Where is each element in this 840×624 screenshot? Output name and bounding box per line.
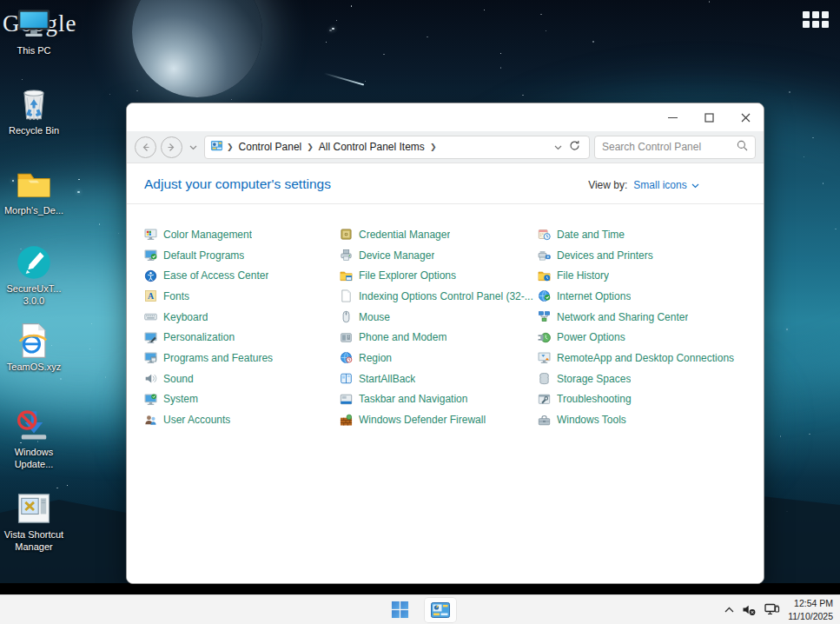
apps-grid-icon[interactable] [803,11,829,28]
cp-item-user-accounts[interactable]: User Accounts [144,409,340,430]
this-pc-icon [15,5,53,43]
control-panel-items: Color ManagementDefault ProgramsEase of … [144,224,764,430]
desktop-icon-secureux[interactable]: SecureUxT... 3.0.0 [0,243,68,308]
cp-item-label: Color Management [163,229,252,241]
cp-item-fonts[interactable]: AFonts [144,286,340,307]
cp-item-date-time[interactable]: Date and Time [538,224,755,245]
file-explorer-options-icon [340,269,353,282]
minimize-button[interactable] [654,104,691,130]
cp-item-network-sharing[interactable]: Network and Sharing Center [538,307,755,328]
personalization-icon [144,331,157,344]
desktop-icon-windows-update[interactable]: Windows Update... [0,407,68,471]
cp-item-storage-spaces[interactable]: Storage Spaces [538,368,755,389]
fonts-icon: A [144,289,157,302]
cp-item-startallback[interactable]: StartAllBack [340,368,538,389]
cp-item-label: User Accounts [163,414,230,426]
cp-item-indexing-options[interactable]: Indexing Options Control Panel (32-... [340,286,538,307]
desktop-icon-vista-shortcut[interactable]: Vista Shortcut Manager [0,489,68,554]
windows-update-icon [15,407,53,445]
back-button[interactable] [135,136,156,158]
cp-item-label: Storage Spaces [557,373,631,385]
desktop-icon-label: Windows Update... [15,447,54,471]
page-title: Adjust your computer's settings [144,176,331,192]
cp-item-ease-of-access[interactable]: Ease of Access Center [144,265,340,286]
device-manager-icon [340,249,353,262]
cp-item-windows-tools[interactable]: Windows Tools [538,409,755,430]
cp-item-region[interactable]: Region [340,348,538,368]
breadcrumb: ❯ Control Panel ❯ All Control Panel Item… [204,136,590,159]
cp-item-label: RemoteApp and Desktop Connections [557,352,734,364]
cp-item-remoteapp[interactable]: RemoteApp and Desktop Connections [538,348,755,368]
vista-shortcut-icon [15,489,53,528]
cp-item-programs-features[interactable]: Programs and Features [144,348,340,368]
cp-item-keyboard[interactable]: Keyboard [144,307,340,328]
indexing-options-icon [340,289,353,302]
remoteapp-icon [538,351,551,364]
startallback-icon [340,372,353,385]
ease-of-access-icon [144,269,157,282]
breadcrumb-separator[interactable]: ❯ [227,143,234,151]
forward-button[interactable] [161,136,182,158]
breadcrumb-separator[interactable]: ❯ [307,143,314,151]
cp-item-mouse[interactable]: Mouse [340,307,538,328]
address-dropdown-chevron[interactable] [554,143,562,152]
breadcrumb-control-panel[interactable]: Control Panel [237,141,304,153]
internet-options-icon [538,289,551,302]
default-programs-icon [144,249,157,262]
window-titlebar [127,103,764,131]
start-button[interactable] [384,597,417,623]
close-button[interactable] [727,104,764,130]
storage-spaces-icon [538,372,551,385]
windows-tools-icon [538,414,551,427]
cp-item-phone-modem[interactable]: Phone and Modem [340,327,538,348]
cp-item-defender-firewall[interactable]: Windows Defender Firewall [340,409,538,430]
desktop-icon-folder-morphs[interactable]: Morph's_De... [0,165,68,217]
search-input[interactable] [602,141,737,153]
cp-item-devices-printers[interactable]: Devices and Printers [538,245,755,266]
breadcrumb-all-items[interactable]: All Control Panel Items [317,141,427,153]
desktop-icon-teamos[interactable]: TeamOS.xyz [0,322,68,374]
cp-item-label: Keyboard [163,311,208,323]
breadcrumb-separator[interactable]: ❯ [430,143,437,151]
cp-item-color-management[interactable]: Color Management [144,224,340,245]
cp-item-file-history[interactable]: File History [538,265,755,286]
desktop-icon-recycle-bin[interactable]: Recycle Bin [0,85,68,137]
cp-item-credential-manager[interactable]: Credential Manager [340,224,538,245]
cp-item-system[interactable]: System [144,389,340,410]
maximize-button[interactable] [691,104,727,130]
desktop-icon-label: Recycle Bin [9,125,59,137]
programs-features-icon [144,351,157,364]
svg-text:A: A [148,292,155,302]
cp-item-file-explorer-options[interactable]: File Explorer Options [340,265,538,286]
cp-item-internet-options[interactable]: Internet Options [538,286,755,307]
cp-item-device-manager[interactable]: Device Manager [340,245,538,266]
cp-item-label: Sound [163,373,194,385]
cp-item-label: Devices and Printers [557,249,653,262]
power-options-icon [538,331,551,344]
cp-item-taskbar-nav[interactable]: Taskbar and Navigation [340,389,538,410]
screen: Google This PCRecycle BinMorph's_De...Se… [0,0,840,624]
search-icon[interactable] [737,139,748,155]
refresh-icon[interactable] [566,139,584,155]
cp-item-sound[interactable]: Sound [144,368,340,389]
devices-printers-icon [538,249,551,262]
taskbar-control-panel-button[interactable] [424,597,457,623]
system-icon [144,393,157,406]
defender-firewall-icon [340,414,353,427]
desktop-icon-this-pc[interactable]: This PC [0,5,68,57]
cp-item-label: Phone and Modem [359,331,446,343]
cp-item-personalization[interactable]: Personalization [144,327,340,348]
view-by-dropdown[interactable]: Small icons [633,179,699,191]
cp-item-troubleshooting[interactable]: Troubleshooting [538,389,755,410]
folder-morphs-icon [15,165,53,203]
desktop-icon-label: TeamOS.xyz [7,362,61,374]
cp-item-power-options[interactable]: Power Options [538,327,755,348]
secureux-icon [15,243,53,282]
cp-item-label: Windows Defender Firewall [359,414,486,426]
recent-locations-chevron[interactable] [187,143,200,152]
cp-item-label: Programs and Features [163,352,273,364]
bottom-strip [0,583,840,594]
cp-item-label: File History [557,269,609,282]
cp-item-default-programs[interactable]: Default Programs [144,245,340,266]
cp-item-label: Mouse [359,311,390,323]
